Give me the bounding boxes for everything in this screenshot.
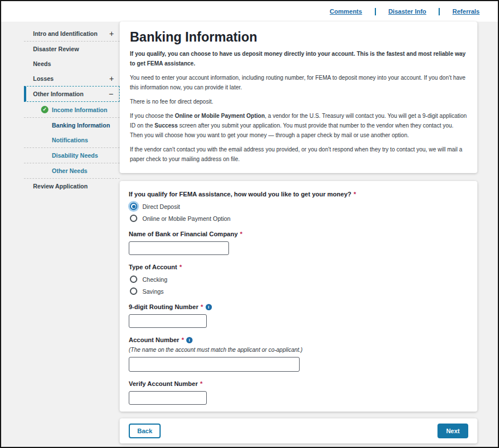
account-type-field-group: Type of Account * Checking Savings bbox=[129, 263, 468, 295]
routing-number-label-text: 9-digit Routing Number bbox=[129, 303, 198, 311]
routing-number-field-group: 9-digit Routing Number * i bbox=[129, 303, 468, 328]
bank-name-label-text: Name of Bank or Financial Company bbox=[129, 230, 238, 238]
radio-option-label: Checking bbox=[142, 276, 167, 283]
sidebar-item-other-information[interactable]: Other Information − bbox=[24, 86, 120, 102]
required-asterisk: * bbox=[354, 190, 356, 198]
banking-form-card: If you qualify for FEMA assistance, how … bbox=[120, 181, 477, 412]
sidebar-item-label: Disability Needs bbox=[52, 152, 114, 159]
nav-separator bbox=[375, 8, 376, 15]
account-type-label: Type of Account * bbox=[129, 263, 468, 271]
account-number-field-group: Account Number * i (The name on the acco… bbox=[129, 336, 468, 372]
radio-unselected-icon[interactable] bbox=[130, 215, 137, 222]
progress-sidebar: Intro and Identification + Disaster Revi… bbox=[24, 22, 120, 194]
comments-link[interactable]: Comments bbox=[330, 8, 362, 15]
required-asterisk: * bbox=[179, 263, 182, 271]
account-number-input[interactable] bbox=[129, 357, 300, 372]
nav-separator bbox=[439, 8, 440, 15]
radio-option-savings[interactable]: Savings bbox=[129, 287, 468, 295]
sidebar-item-needs[interactable]: Needs bbox=[24, 56, 120, 71]
top-navigation-bar: Comments Disaster Info Referrals bbox=[1, 1, 498, 22]
disaster-info-link[interactable]: Disaster Info bbox=[388, 8, 427, 15]
intro-paragraph: There is no fee for direct deposit. bbox=[130, 97, 467, 106]
sidebar-item-income-information[interactable]: ✓ Income Information bbox=[24, 102, 120, 118]
sidebar-item-label: Review Application bbox=[33, 183, 114, 190]
sidebar-item-label: Disaster Review bbox=[33, 46, 114, 52]
sidebar-item-label: Losses bbox=[33, 75, 109, 82]
account-type-label-text: Type of Account bbox=[129, 263, 177, 271]
collapse-minus-icon: − bbox=[109, 91, 113, 97]
radio-option-direct-deposit[interactable]: Direct Deposit bbox=[129, 203, 468, 210]
intro-paragraph: If the vendor can't contact you with the… bbox=[130, 145, 467, 164]
banking-intro-card: Banking Information If you qualify, you … bbox=[120, 22, 477, 173]
sidebar-item-label: Needs bbox=[33, 60, 114, 67]
back-button[interactable]: Back bbox=[129, 424, 161, 438]
sidebar-item-label: Notifications bbox=[52, 137, 114, 143]
info-icon[interactable]: i bbox=[206, 304, 212, 310]
verify-account-number-input[interactable] bbox=[129, 391, 207, 405]
verify-account-number-label-text: Verify Account Number bbox=[129, 380, 198, 388]
intro-paragraph: You need to enter your account informati… bbox=[130, 73, 467, 92]
radio-option-label: Direct Deposit bbox=[142, 203, 180, 210]
referrals-link[interactable]: Referrals bbox=[452, 8, 480, 15]
sidebar-item-intro-and-identification[interactable]: Intro and Identification + bbox=[24, 26, 120, 42]
sidebar-item-review-application[interactable]: Review Application bbox=[24, 179, 120, 194]
radio-option-online-mobile-payment[interactable]: Online or Mobile Payment Option bbox=[129, 215, 468, 222]
sidebar-item-other-needs[interactable]: Other Needs bbox=[24, 163, 120, 179]
main-column: Banking Information If you qualify, you … bbox=[120, 22, 477, 443]
radio-unselected-icon[interactable] bbox=[130, 276, 137, 283]
sidebar-item-losses[interactable]: Losses + bbox=[24, 71, 120, 86]
account-number-label: Account Number * i bbox=[129, 336, 468, 344]
required-asterisk: * bbox=[182, 336, 184, 344]
info-icon[interactable]: i bbox=[186, 337, 193, 343]
account-number-label-text: Account Number bbox=[129, 336, 179, 344]
routing-number-label: 9-digit Routing Number * i bbox=[129, 303, 468, 311]
sidebar-item-disability-needs[interactable]: Disability Needs bbox=[24, 148, 120, 163]
radio-option-label: Online or Mobile Payment Option bbox=[142, 215, 231, 222]
required-asterisk: * bbox=[240, 230, 242, 238]
expand-plus-icon: + bbox=[109, 31, 114, 36]
bank-name-field-group: Name of Bank or Financial Company * bbox=[129, 230, 468, 255]
payment-method-question-text: If you qualify for FEMA assistance, how … bbox=[129, 190, 351, 198]
sidebar-item-label: Intro and Identification bbox=[33, 30, 109, 37]
bank-name-label: Name of Bank or Financial Company * bbox=[129, 230, 468, 238]
account-number-note: (The name on the account must match the … bbox=[129, 346, 468, 354]
required-asterisk: * bbox=[200, 380, 202, 388]
content-area: Intro and Identification + Disaster Revi… bbox=[1, 22, 498, 443]
page-subtitle: If you qualify, you can choose to have u… bbox=[130, 49, 467, 68]
application-window: Comments Disaster Info Referrals Intro a… bbox=[0, 0, 499, 448]
sidebar-item-banking-information[interactable]: Banking Information bbox=[24, 118, 120, 133]
page-title: Banking Information bbox=[130, 30, 467, 45]
completed-check-icon: ✓ bbox=[41, 106, 48, 113]
radio-option-label: Savings bbox=[142, 288, 163, 295]
radio-selected-icon[interactable] bbox=[130, 203, 137, 210]
sidebar-item-label: Banking Information bbox=[52, 122, 114, 129]
sidebar-item-label: Other Needs bbox=[52, 167, 114, 174]
verify-account-number-label: Verify Account Number * bbox=[129, 380, 468, 388]
form-actions-bar: Back Next bbox=[120, 418, 477, 443]
expand-plus-icon: + bbox=[109, 76, 114, 81]
sidebar-item-disaster-review[interactable]: Disaster Review bbox=[24, 42, 120, 56]
intro-paragraph: If you choose the Online or Mobile Payme… bbox=[130, 111, 467, 140]
routing-number-input[interactable] bbox=[129, 314, 207, 328]
radio-unselected-icon[interactable] bbox=[130, 287, 137, 295]
next-button[interactable]: Next bbox=[437, 424, 468, 438]
sidebar-item-label: Other Information bbox=[33, 91, 109, 97]
verify-account-number-field-group: Verify Account Number * bbox=[129, 380, 468, 405]
sidebar-item-label: Income Information bbox=[52, 106, 114, 113]
radio-option-checking[interactable]: Checking bbox=[129, 276, 468, 283]
sidebar-item-notifications[interactable]: Notifications bbox=[24, 133, 120, 148]
bank-name-input[interactable] bbox=[129, 241, 229, 255]
payment-method-question: If you qualify for FEMA assistance, how … bbox=[129, 190, 468, 198]
required-asterisk: * bbox=[201, 303, 203, 311]
